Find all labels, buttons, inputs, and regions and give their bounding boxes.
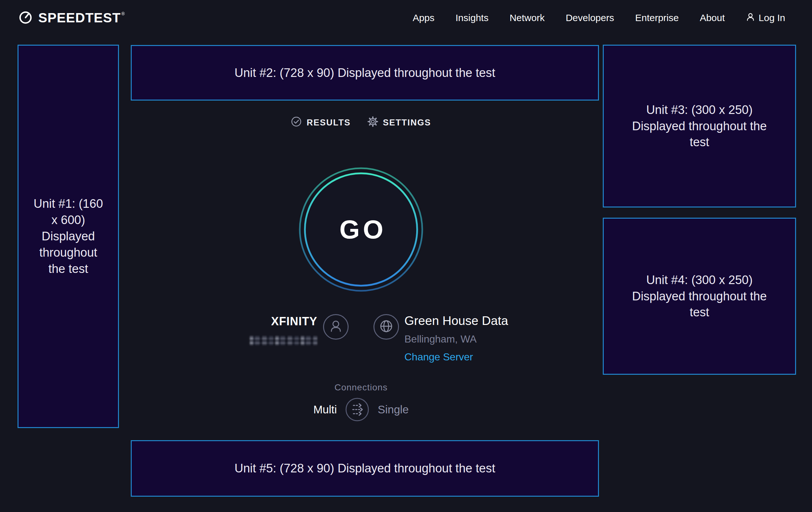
login-button[interactable]: Log In <box>746 12 785 24</box>
ad-unit-4-rectangle-bottom: Unit #4: (300 x 250) Displayed throughou… <box>603 218 796 375</box>
connections-title: Connections <box>299 382 423 393</box>
nav-item-developers[interactable]: Developers <box>566 12 614 23</box>
server-name: Green House Data <box>404 314 508 328</box>
multi-connection-arrows-icon[interactable] <box>345 397 369 422</box>
trademark-mark: ® <box>121 11 125 16</box>
tab-results[interactable]: RESULTS <box>291 116 350 129</box>
change-server-link[interactable]: Change Server <box>404 351 508 363</box>
ad-unit-3-rectangle-top: Unit #3: (300 x 250) Displayed throughou… <box>603 45 796 208</box>
ad-unit-4-label: Unit #4: (300 x 250) Displayed throughou… <box>628 272 771 321</box>
speedometer-gauge-icon <box>18 9 33 26</box>
ad-unit-3-label: Unit #3: (300 x 250) Displayed throughou… <box>628 102 771 151</box>
speedtest-page: SPEEDTEST® Apps Insights Network Develop… <box>0 0 812 512</box>
go-button[interactable]: GO <box>299 167 423 292</box>
check-circle-icon <box>291 116 302 129</box>
tab-results-label: RESULTS <box>307 118 350 128</box>
main-nav: Apps Insights Network Developers Enterpr… <box>413 12 785 24</box>
isp-person-badge <box>323 314 349 340</box>
connections-mode-multi[interactable]: Multi <box>313 403 337 416</box>
nav-item-enterprise[interactable]: Enterprise <box>635 12 679 23</box>
tab-settings-label: SETTINGS <box>383 118 431 128</box>
ad-unit-5-label: Unit #5: (728 x 90) Displayed throughout… <box>234 460 495 477</box>
nav-item-apps[interactable]: Apps <box>413 12 434 23</box>
person-icon <box>746 12 755 24</box>
connections-toggle: Multi Single <box>289 397 433 422</box>
ad-unit-5-leaderboard-bottom: Unit #5: (728 x 90) Displayed throughout… <box>131 440 599 497</box>
nav-item-about[interactable]: About <box>700 12 725 23</box>
connections-mode-single[interactable]: Single <box>378 403 409 416</box>
ad-unit-2-label: Unit #2: (728 x 90) Displayed throughout… <box>234 65 495 81</box>
gear-icon <box>368 116 378 129</box>
go-button-label: GO <box>299 167 423 292</box>
ad-unit-1-skyscraper: Unit #1: (160 x 600) Displayed throughou… <box>18 45 119 428</box>
server-info: Green House Data Bellingham, WA Change S… <box>404 314 508 363</box>
ad-unit-2-leaderboard-top: Unit #2: (728 x 90) Displayed throughout… <box>131 45 599 101</box>
tab-settings[interactable]: SETTINGS <box>368 116 431 129</box>
nav-item-network[interactable]: Network <box>510 12 545 23</box>
globe-icon <box>379 319 394 335</box>
brand-name: SPEEDTEST® <box>38 10 125 26</box>
login-label: Log In <box>759 12 785 23</box>
isp-name: XFINITY <box>271 315 317 328</box>
server-location: Bellingham, WA <box>404 333 508 345</box>
results-settings-tabs: RESULTS <box>299 116 423 129</box>
isp-detail-redacted <box>250 336 317 345</box>
ad-unit-1-label: Unit #1: (160 x 600) Displayed throughou… <box>33 196 104 277</box>
person-icon <box>328 319 343 335</box>
speedtest-logo[interactable]: SPEEDTEST® <box>18 9 125 26</box>
top-nav-bar: SPEEDTEST® Apps Insights Network Develop… <box>0 0 812 36</box>
server-globe-badge <box>374 314 399 340</box>
nav-item-insights[interactable]: Insights <box>456 12 488 23</box>
